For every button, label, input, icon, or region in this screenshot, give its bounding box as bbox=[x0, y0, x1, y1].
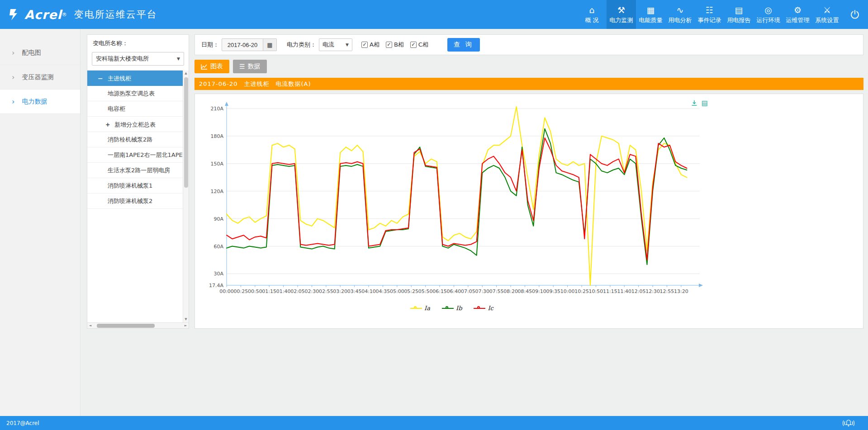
svg-text:08:45: 08:45 bbox=[518, 288, 532, 294]
power-type-label: 电力类别： bbox=[287, 41, 316, 49]
date-input[interactable] bbox=[222, 38, 263, 51]
power-type-select[interactable]: 电流 ▼ bbox=[319, 38, 352, 51]
feeder-tree: −主进线柜 地源热泵空调总表 电容柜 ＋新增分立柜总表 消防栓机械泵2路 一层南… bbox=[87, 70, 183, 209]
tab-chart[interactable]: 图表 bbox=[194, 60, 229, 73]
svg-text:210A: 210A bbox=[210, 106, 223, 112]
sidebar-item-power-data[interactable]: › 电力数据 bbox=[0, 90, 80, 114]
search-button[interactable]: 查 询 bbox=[447, 38, 480, 52]
phase-b-checkbox[interactable]: ✓ B相 bbox=[386, 41, 404, 49]
svg-text:00:50: 00:50 bbox=[248, 288, 262, 294]
chevron-right-icon: › bbox=[12, 48, 14, 57]
chevron-right-icon: › bbox=[12, 73, 14, 81]
caret-down-icon: ▼ bbox=[177, 57, 180, 61]
tools-icon: ⚔ bbox=[823, 5, 831, 16]
collapse-minus-icon[interactable]: − bbox=[98, 71, 108, 86]
nav-item-ops-management[interactable]: ⚙ 运维管理 bbox=[783, 0, 812, 29]
svg-text:10:00: 10:00 bbox=[560, 288, 575, 294]
nav-item-usage-report[interactable]: ▤ 用电报告 bbox=[724, 0, 754, 29]
nav-item-environment[interactable]: ◎ 运行环境 bbox=[754, 0, 783, 29]
svg-text:60A: 60A bbox=[213, 244, 223, 250]
export-data-icon[interactable]: ▤ bbox=[702, 99, 708, 108]
station-select[interactable]: 安科瑞新大楼变电所 ▼ bbox=[92, 52, 184, 66]
data-list-icon: ☰ bbox=[239, 63, 245, 70]
svg-text:02:55: 02:55 bbox=[319, 288, 333, 294]
svg-text:04:35: 04:35 bbox=[376, 288, 390, 294]
tree-item[interactable]: 消防栓机械泵2路 bbox=[87, 132, 183, 147]
nav-item-overview[interactable]: ⌂ 概 况 bbox=[577, 0, 607, 29]
chart-toolbar: ▤ bbox=[691, 99, 708, 108]
logout-power-button[interactable] bbox=[842, 0, 868, 29]
svg-text:10:25: 10:25 bbox=[574, 288, 589, 294]
acrel-logo: Acrel® bbox=[0, 8, 67, 22]
sidebar-item-transformer-monitoring[interactable]: › 变压器监测 bbox=[0, 65, 80, 90]
tree-horizontal-scrollbar[interactable]: ◄ ► bbox=[87, 322, 189, 328]
nav-item-power-quality[interactable]: ▦ 电能质量 bbox=[636, 0, 665, 29]
chart-card: ▤ 17.4A30A60A90A120A150A180A210A00:0000:… bbox=[194, 94, 863, 329]
alarm-bell-button[interactable] bbox=[842, 419, 868, 428]
tree-item-main-incoming-cabinet[interactable]: −主进线柜 bbox=[87, 71, 183, 86]
legend-item-ic[interactable]: Ic bbox=[474, 305, 493, 312]
legend-item-ib[interactable]: Ib bbox=[442, 305, 462, 312]
svg-text:09:10: 09:10 bbox=[532, 288, 546, 294]
svg-text:05:50: 05:50 bbox=[418, 288, 433, 294]
acrel-logo-icon bbox=[7, 8, 21, 21]
tab-data[interactable]: ☰ 数据 bbox=[233, 60, 267, 73]
tree-vertical-scrollbar[interactable]: ▲ ▼ bbox=[183, 71, 189, 322]
expand-plus-icon[interactable]: ＋ bbox=[104, 117, 114, 132]
calendar-icon[interactable]: ▦ bbox=[263, 38, 277, 51]
tree-item[interactable]: 地源热泵空调总表 bbox=[87, 86, 183, 101]
chart-area: ▤ 17.4A30A60A90A120A150A180A210A00:0000:… bbox=[199, 98, 705, 312]
svg-text:03:45: 03:45 bbox=[347, 288, 362, 294]
tree-item-expandable[interactable]: ＋新增分立柜总表 bbox=[87, 117, 183, 132]
legend-item-ia[interactable]: Ia bbox=[410, 305, 430, 312]
nav-item-event-records[interactable]: ☷ 事件记录 bbox=[695, 0, 724, 29]
tree-item[interactable]: 电容柜 bbox=[87, 101, 183, 117]
checkbox-checked-icon: ✓ bbox=[386, 42, 392, 48]
svg-text:11:15: 11:15 bbox=[603, 288, 617, 294]
horizontal-scroll-thumb[interactable] bbox=[97, 324, 155, 328]
power-icon bbox=[850, 9, 860, 19]
date-label: 日期： bbox=[201, 41, 219, 49]
svg-text:08:20: 08:20 bbox=[503, 288, 518, 294]
gear-icon: ⚙ bbox=[794, 5, 802, 16]
svg-text:150A: 150A bbox=[210, 161, 223, 167]
chevron-right-icon: › bbox=[12, 97, 14, 106]
svg-text:03:20: 03:20 bbox=[333, 288, 347, 294]
view-tabs: 图表 ☰ 数据 bbox=[194, 60, 863, 73]
tree-item[interactable]: 消防喷淋机械泵2 bbox=[87, 194, 183, 209]
line-chart-icon bbox=[201, 64, 208, 70]
copyright-text: 2017@Acrel bbox=[0, 420, 39, 426]
phase-c-checkbox[interactable]: ✓ C相 bbox=[410, 41, 428, 49]
svg-text:02:30: 02:30 bbox=[305, 288, 319, 294]
tree-item[interactable]: 一层南1APE2右一层北1APE1左 bbox=[87, 147, 183, 163]
current-line-chart: 17.4A30A60A90A120A150A180A210A00:0000:25… bbox=[199, 98, 705, 300]
svg-text:11:40: 11:40 bbox=[617, 288, 631, 294]
svg-text:07:55: 07:55 bbox=[489, 288, 504, 294]
tree-item[interactable]: 消防喷淋机械泵1 bbox=[87, 178, 183, 194]
svg-text:12:05: 12:05 bbox=[631, 288, 646, 294]
svg-text:12:55: 12:55 bbox=[660, 288, 674, 294]
phase-a-checkbox[interactable]: ✓ A相 bbox=[361, 41, 379, 49]
main-content: 日期： ▦ 电力类别： 电流 ▼ ✓ A相 ✓ B相 ✓ C相 查 询 bbox=[194, 34, 863, 329]
svg-text:07:05: 07:05 bbox=[461, 288, 475, 294]
scroll-up-arrow[interactable]: ▲ bbox=[183, 71, 189, 76]
nav-item-power-monitoring[interactable]: ⚒ 电力监测 bbox=[607, 0, 636, 29]
sidebar-item-distribution-diagram[interactable]: › 配电图 bbox=[0, 41, 80, 65]
svg-text:13:20: 13:20 bbox=[674, 288, 688, 294]
svg-text:180A: 180A bbox=[210, 133, 223, 139]
scroll-right-arrow[interactable]: ► bbox=[183, 324, 189, 327]
svg-text:17.4A: 17.4A bbox=[209, 283, 223, 288]
download-icon[interactable] bbox=[691, 99, 698, 108]
svg-text:09:35: 09:35 bbox=[546, 288, 560, 294]
nav-item-usage-analysis[interactable]: ∿ 用电分析 bbox=[665, 0, 695, 29]
environment-icon: ◎ bbox=[764, 5, 772, 16]
alarm-bell-icon bbox=[842, 419, 855, 428]
svg-text:06:15: 06:15 bbox=[432, 288, 447, 294]
vertical-scroll-thumb[interactable] bbox=[184, 77, 188, 188]
svg-text:05:00: 05:00 bbox=[390, 288, 404, 294]
scroll-down-arrow[interactable]: ▼ bbox=[183, 317, 189, 322]
scroll-left-arrow[interactable]: ◄ bbox=[87, 324, 93, 327]
nav-item-system-settings[interactable]: ⚔ 系统设置 bbox=[812, 0, 842, 29]
tree-item[interactable]: 生活水泵2路一层弱电房 bbox=[87, 163, 183, 178]
station-name-label: 变电所名称： bbox=[87, 35, 189, 51]
